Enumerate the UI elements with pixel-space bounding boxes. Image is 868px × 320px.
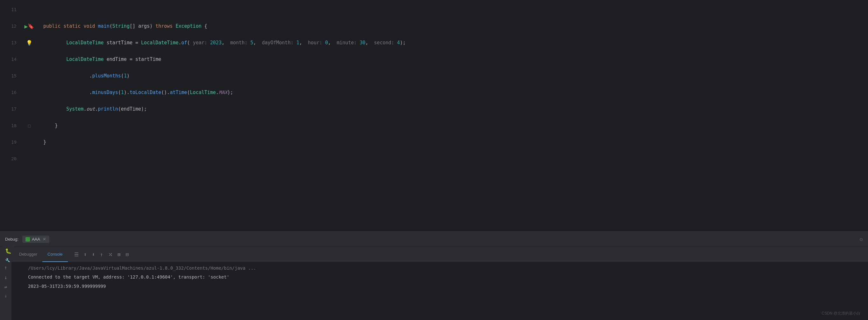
console-output: /Users/lcy/Library/Java/JavaVirtualMachi… [11, 262, 868, 320]
code-editor: 11 12 ▶ 🔖 public static void main(String… [0, 0, 868, 231]
code-line-15: 15 .plusMonths(1) [0, 67, 868, 84]
run-icon[interactable]: ▶ [25, 23, 28, 30]
console-arrow-up[interactable]: ↑ [4, 265, 7, 270]
line-number-13: 13 [0, 40, 23, 45]
bookmark-icon-12[interactable]: 🔖 [28, 23, 34, 29]
code-line-13: 13 💡 LocalDateTime startTime = LocalDate… [0, 34, 868, 51]
code-content-12: public static void main(String[] args) t… [36, 18, 868, 34]
bottom-panel: Debug: AAA ✕ ⚙ 🐛 🔧 Debugger Console ☰ ⬆ … [0, 231, 868, 320]
console-line-1: /Users/lcy/Library/Java/JavaVirtualMachi… [28, 265, 863, 271]
panel-toolbar: ☰ ⬆ ⬇ ↑ ⤮ ⊞ ⊟ [68, 250, 130, 259]
debug-label: Debug: [5, 237, 19, 241]
code-content-13: LocalDateTime startTime = LocalDateTime.… [36, 34, 868, 51]
gutter-12: ▶ 🔖 [23, 23, 36, 30]
console-line-2: Connected to the target VM, address: '12… [28, 273, 863, 281]
code-line-18: 18 □ } [0, 117, 868, 134]
code-line-14: 14 LocalDateTime endTime = startTime [0, 51, 868, 67]
console-arrow-down[interactable]: ↓ [4, 274, 7, 281]
toolbar-down-to-icon[interactable]: ⬇ [90, 250, 96, 259]
tab-console[interactable]: Console [42, 247, 68, 262]
line-number-16: 16 [0, 90, 23, 95]
code-content-16: .minusDays(1).toLocalDate().atTime(Local… [36, 84, 868, 101]
code-line-20: 20 [0, 150, 868, 167]
line-number-20: 20 [0, 156, 23, 161]
code-content-19: } [36, 134, 868, 150]
line-number-19: 19 [0, 140, 23, 145]
bottom-main: ↑ ↓ ⇌ ⇓ /Users/lcy/Library/Java/JavaVirt… [0, 262, 868, 320]
debug-tab-name: AAA [32, 237, 40, 241]
line-number-12: 12 [0, 24, 23, 29]
gutter-13: 💡 [23, 40, 36, 46]
toolbar-up-icon[interactable]: ⬆ [83, 250, 88, 259]
console-side-icons: ↑ ↓ ⇌ ⇓ [0, 262, 11, 320]
panel-tabs: Debugger Console [14, 247, 68, 262]
console-line-3: 2023-05-31T23:59:59.999999999 [28, 283, 863, 290]
toolbar-list-icon[interactable]: ☰ [73, 250, 80, 259]
debug-settings-icon[interactable]: ⚙ [859, 236, 863, 242]
code-content-17: System.out.println(endTime); [36, 101, 868, 117]
code-line-12: 12 ▶ 🔖 public static void main(String[] … [0, 18, 868, 34]
code-content-15: .plusMonths(1) [36, 67, 868, 84]
code-content-14: LocalDateTime endTime = startTime [36, 51, 868, 67]
line-number-11: 11 [0, 7, 23, 12]
gutter-18: □ [23, 123, 36, 128]
bulb-icon-13[interactable]: 💡 [26, 40, 32, 46]
code-content-18: } [36, 117, 868, 134]
code-line-11: 11 [0, 1, 868, 18]
code-line-17: 17 System.out.println(endTime); [0, 101, 868, 117]
console-bottom-icon[interactable]: ⇓ [4, 293, 7, 298]
debugger-side-icon[interactable]: 🐛 [5, 248, 11, 254]
line-number-17: 17 [0, 107, 23, 112]
watermark: CSDN @北漂的菜小白 [822, 311, 860, 316]
toolbar-filter-icon[interactable]: ⤮ [107, 250, 114, 259]
side-left-icons: 🐛 🔧 [3, 245, 14, 264]
debug-bar: Debug: AAA ✕ ⚙ [0, 231, 868, 247]
debug-session-icon [26, 237, 30, 241]
line-number-14: 14 [0, 57, 23, 62]
code-line-19: 19 } [0, 134, 868, 150]
toolbar-up-from-icon[interactable]: ↑ [99, 250, 104, 259]
debug-tab-close-btn[interactable]: ✕ [43, 237, 46, 241]
tool-panel: 🐛 🔧 Debugger Console ☰ ⬆ ⬇ ↑ ⤮ ⊞ ⊟ [0, 247, 868, 262]
bookmark-icon-18[interactable]: □ [28, 123, 31, 128]
code-line-16: 16 .minusDays(1).toLocalDate().atTime(Lo… [0, 84, 868, 101]
toolbar-align-icon[interactable]: ⊟ [124, 250, 130, 259]
tab-debugger[interactable]: Debugger [14, 247, 42, 262]
toolbar-grid-icon[interactable]: ⊞ [116, 250, 122, 259]
line-number-15: 15 [0, 73, 23, 79]
line-number-18: 18 [0, 123, 23, 128]
debug-session-tab[interactable]: AAA ✕ [22, 236, 49, 243]
console-filter-icon[interactable]: ⇌ [4, 284, 7, 289]
